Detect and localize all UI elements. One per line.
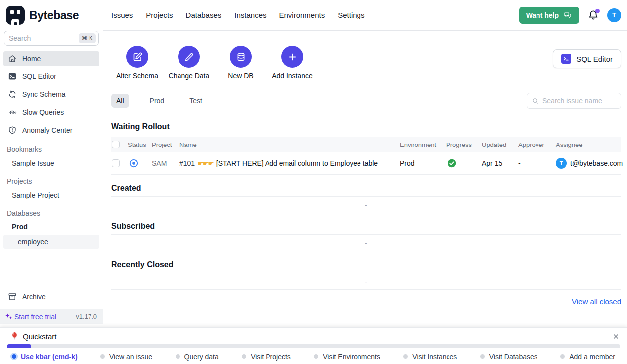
- pointer-emoji: ☛☛☛: [197, 159, 213, 167]
- sidebar-section-databases: Databases: [0, 203, 103, 219]
- col-environment: Environment: [400, 141, 446, 148]
- tab-prod[interactable]: Prod: [145, 94, 170, 108]
- add-instance-button[interactable]: Add Instance: [267, 46, 318, 80]
- sidebar-item-slow-queries[interactable]: Slow Queries: [3, 105, 99, 120]
- sidebar-search[interactable]: ⌘ K: [4, 31, 99, 46]
- row-checkbox[interactable]: [112, 159, 120, 167]
- action-label: Change Data: [169, 72, 210, 80]
- issue-assignee: T t@bytebase.com: [556, 158, 621, 169]
- col-approver: Approver: [518, 141, 556, 148]
- home-icon: [8, 54, 17, 63]
- tab-all[interactable]: All: [111, 94, 129, 108]
- step-dot: [176, 354, 180, 359]
- topnav-databases[interactable]: Databases: [186, 11, 222, 19]
- step-dot: [12, 354, 16, 359]
- issue-search-input[interactable]: [542, 97, 616, 105]
- topnav-settings[interactable]: Settings: [338, 11, 364, 19]
- tab-test[interactable]: Test: [184, 94, 207, 108]
- sidebar-group-prod[interactable]: Prod: [0, 220, 99, 234]
- balloon-icon: [11, 332, 18, 341]
- sidebar-item-home[interactable]: Home: [3, 51, 99, 66]
- col-progress: Progress: [446, 141, 482, 148]
- issue-row[interactable]: SAM #101☛☛☛[START HERE] Add email column…: [111, 152, 621, 175]
- new-db-button[interactable]: New DB: [215, 46, 267, 80]
- assignee-avatar: T: [556, 158, 567, 169]
- quickstart-item-add-a-member[interactable]: Add a member: [560, 353, 615, 361]
- subscribed-empty-row: -: [111, 234, 621, 251]
- action-label: Alter Schema: [116, 72, 158, 80]
- quickstart-item-visit-environments[interactable]: Visit Environments: [314, 353, 380, 361]
- issue-updated: Apr 15: [482, 159, 518, 167]
- quickstart-panel: Quickstart Use kbar (cmd-k) View an issu…: [0, 327, 627, 364]
- plus-icon: [287, 52, 298, 62]
- issue-name-link[interactable]: #101☛☛☛[START HERE] Add email column to …: [179, 159, 400, 167]
- assignee-email: t@bytebase.com: [570, 159, 623, 167]
- sidebar-item-sync-schema[interactable]: Sync Schema: [3, 87, 99, 102]
- version-label: v1.17.0: [76, 313, 97, 320]
- select-all-checkbox[interactable]: [112, 141, 120, 148]
- topnav-instances[interactable]: Instances: [234, 11, 266, 19]
- created-empty-row: -: [111, 196, 621, 213]
- topnav-environments[interactable]: Environments: [279, 11, 325, 19]
- want-help-label: Want help: [526, 11, 559, 19]
- pencil-icon: [184, 52, 194, 62]
- sidebar-item-archive[interactable]: Archive: [3, 290, 99, 304]
- sidebar-item-sample-project[interactable]: Sample Project: [0, 188, 99, 202]
- step-dot: [242, 354, 246, 359]
- search-shortcut-kbd: ⌘ K: [79, 33, 96, 43]
- start-free-trial-link[interactable]: Start free trial: [14, 313, 56, 321]
- issue-number: #101: [179, 159, 195, 167]
- view-all-closed-link[interactable]: View all closed: [572, 297, 621, 306]
- user-avatar[interactable]: T: [607, 8, 621, 22]
- topbar: Issues Projects Databases Instances Envi…: [103, 0, 627, 31]
- want-help-button[interactable]: Want help: [519, 7, 579, 24]
- section-title-created: Created: [111, 184, 621, 193]
- quickstart-progress-fill: [7, 344, 31, 348]
- sidebar-item-employee-db[interactable]: employee: [3, 235, 99, 249]
- sidebar-item-label: Anomaly Center: [22, 126, 72, 134]
- sidebar-item-label: Slow Queries: [22, 108, 64, 116]
- search-icon: [532, 97, 539, 105]
- edit-box-icon: [132, 52, 143, 62]
- action-label: New DB: [228, 72, 253, 80]
- issue-environment: Prod: [400, 159, 446, 167]
- sidebar-item-sample-issue[interactable]: Sample Issue: [0, 156, 99, 170]
- search-input[interactable]: [9, 34, 76, 42]
- sidebar-item-label: Home: [22, 55, 41, 63]
- issue-project: SAM: [152, 159, 179, 167]
- topnav-issues[interactable]: Issues: [111, 11, 133, 19]
- green-check-icon: [447, 158, 457, 168]
- blue-target-icon: [129, 158, 139, 168]
- sidebar-item-anomaly-center[interactable]: Anomaly Center: [3, 123, 99, 138]
- sql-editor-button-label: SQL Editor: [576, 55, 613, 63]
- turtle-icon: [8, 108, 17, 117]
- sql-editor-button[interactable]: SQL Editor: [553, 49, 621, 68]
- close-icon[interactable]: [612, 333, 620, 340]
- change-data-button[interactable]: Change Data: [163, 46, 215, 80]
- quickstart-item-visit-databases[interactable]: Visit Databases: [480, 353, 537, 361]
- sidebar-item-sql-editor[interactable]: SQL Editor: [3, 69, 99, 84]
- issue-table-header: Status Project Name Environment Progress…: [111, 137, 621, 152]
- action-label: Add Instance: [272, 72, 313, 80]
- col-status: Status: [128, 141, 152, 148]
- alter-schema-button[interactable]: Alter Schema: [111, 46, 163, 80]
- issue-search[interactable]: [527, 93, 621, 109]
- recently-closed-empty-row: -: [111, 273, 621, 290]
- notification-bell[interactable]: [588, 10, 599, 21]
- quickstart-item-visit-instances[interactable]: Visit Instances: [403, 353, 457, 361]
- quickstart-item-visit-projects[interactable]: Visit Projects: [242, 353, 291, 361]
- col-project: Project: [152, 141, 179, 148]
- quickstart-item-use-kbar[interactable]: Use kbar (cmd-k): [12, 353, 78, 361]
- top-nav: Issues Projects Databases Instances Envi…: [111, 11, 364, 19]
- quickstart-item-query-data[interactable]: Query data: [176, 353, 219, 361]
- sidebar-item-label: Sync Schema: [22, 90, 65, 98]
- sidebar-footer: Start free trial v1.17.0: [0, 309, 103, 324]
- sidebar-item-label: SQL Editor: [22, 73, 56, 80]
- topnav-projects[interactable]: Projects: [146, 11, 173, 19]
- quickstart-item-view-an-issue[interactable]: View an issue: [100, 353, 152, 361]
- brand-logo[interactable]: Bytebase: [0, 0, 103, 28]
- sync-icon: [8, 90, 17, 99]
- terminal-icon: [561, 54, 571, 64]
- section-title-subscribed: Subscribed: [111, 222, 621, 231]
- step-dot: [480, 354, 485, 359]
